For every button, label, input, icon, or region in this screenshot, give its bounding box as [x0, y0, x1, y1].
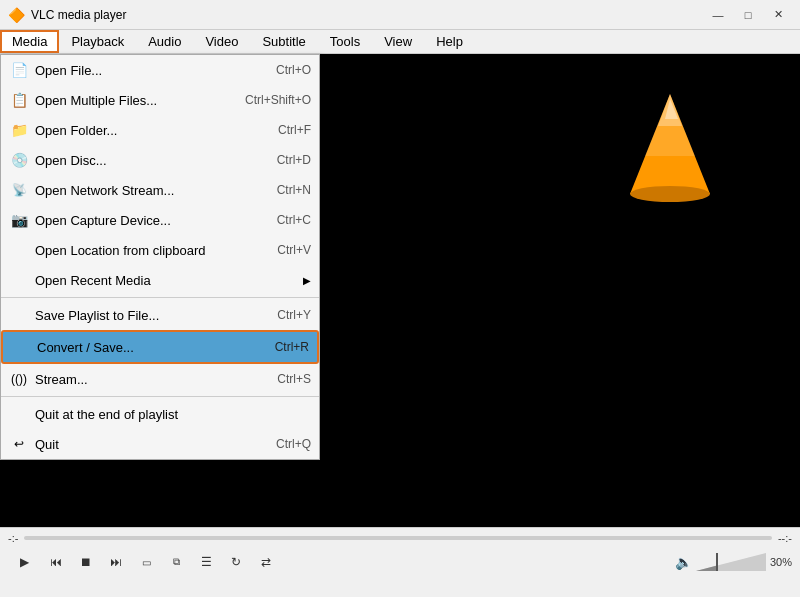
open-disc-icon: 💿	[9, 150, 29, 170]
menu-subtitle[interactable]: Subtitle	[250, 30, 317, 53]
controls-row: ▶ ⏮ ⏹ ⏭ ▭ ⧉ ☰ ↻ ⇄ 🔈 30%	[0, 546, 800, 578]
menu-item-open-multiple[interactable]: 📋 Open Multiple Files... Ctrl+Shift+O	[1, 85, 319, 115]
open-location-label: Open Location from clipboard	[35, 243, 257, 258]
open-file-shortcut: Ctrl+O	[276, 63, 311, 77]
volume-area: 🔈 30%	[675, 553, 792, 571]
window-controls: — □ ✕	[704, 4, 792, 26]
menu-bar: Media Playback Audio Video Subtitle Tool…	[0, 30, 800, 54]
stop-button[interactable]: ⏹	[72, 550, 100, 574]
open-multiple-label: Open Multiple Files...	[35, 93, 225, 108]
stream-icon: (())	[9, 369, 29, 389]
show-playlist-button[interactable]: ☰	[192, 550, 220, 574]
toggle-playlist-button[interactable]: ▭	[132, 550, 160, 574]
seek-end-label: --:-	[778, 532, 792, 544]
open-multiple-icon: 📋	[9, 90, 29, 110]
menu-item-open-folder[interactable]: 📁 Open Folder... Ctrl+F	[1, 115, 319, 145]
quit-label: Quit	[35, 437, 256, 452]
menu-item-open-file[interactable]: 📄 Open File... Ctrl+O	[1, 55, 319, 85]
menu-item-open-capture[interactable]: 📷 Open Capture Device... Ctrl+C	[1, 205, 319, 235]
menu-tools[interactable]: Tools	[318, 30, 372, 53]
open-recent-label: Open Recent Media	[35, 273, 299, 288]
stream-shortcut: Ctrl+S	[277, 372, 311, 386]
media-dropdown: 📄 Open File... Ctrl+O 📋 Open Multiple Fi…	[0, 54, 320, 460]
volume-bar-svg	[696, 553, 766, 571]
open-network-icon: 📡	[9, 180, 29, 200]
menu-item-quit-end[interactable]: Quit at the end of playlist	[1, 399, 319, 429]
save-playlist-shortcut: Ctrl+Y	[277, 308, 311, 322]
convert-save-shortcut: Ctrl+R	[275, 340, 309, 354]
menu-media[interactable]: Media	[0, 30, 59, 53]
menu-item-save-playlist[interactable]: Save Playlist to File... Ctrl+Y	[1, 300, 319, 330]
open-folder-shortcut: Ctrl+F	[278, 123, 311, 137]
open-file-icon: 📄	[9, 60, 29, 80]
quit-end-label: Quit at the end of playlist	[35, 407, 291, 422]
seek-start-label: -:-	[8, 532, 18, 544]
seek-bar-container: -:- --:-	[0, 528, 800, 546]
title-bar: 🔶 VLC media player — □ ✕	[0, 0, 800, 30]
volume-bar[interactable]	[696, 553, 766, 571]
convert-save-label: Convert / Save...	[37, 340, 255, 355]
menu-audio[interactable]: Audio	[136, 30, 193, 53]
minimize-button[interactable]: —	[704, 4, 732, 26]
separator-1	[1, 297, 319, 298]
window-title: VLC media player	[31, 8, 704, 22]
open-location-icon	[9, 240, 29, 260]
prev-button[interactable]: ⏮	[42, 550, 70, 574]
save-playlist-icon	[9, 305, 29, 325]
quit-shortcut: Ctrl+Q	[276, 437, 311, 451]
quit-icon: ↩	[9, 434, 29, 454]
menu-playback[interactable]: Playback	[59, 30, 136, 53]
menu-item-stream[interactable]: (()) Stream... Ctrl+S	[1, 364, 319, 394]
menu-item-quit[interactable]: ↩ Quit Ctrl+Q	[1, 429, 319, 459]
quit-end-icon	[9, 404, 29, 424]
app-icon: 🔶	[8, 7, 25, 23]
loop-button[interactable]: ↻	[222, 550, 250, 574]
svg-marker-5	[696, 553, 766, 571]
menu-item-open-location[interactable]: Open Location from clipboard Ctrl+V	[1, 235, 319, 265]
convert-save-icon	[11, 337, 31, 357]
open-multiple-shortcut: Ctrl+Shift+O	[245, 93, 311, 107]
save-playlist-label: Save Playlist to File...	[35, 308, 257, 323]
menu-item-open-disc[interactable]: 💿 Open Disc... Ctrl+D	[1, 145, 319, 175]
separator-2	[1, 396, 319, 397]
play-button[interactable]: ▶	[8, 548, 40, 576]
menu-item-open-recent[interactable]: Open Recent Media ▶	[1, 265, 319, 295]
volume-icon: 🔈	[675, 554, 692, 570]
open-recent-arrow: ▶	[303, 275, 311, 286]
menu-item-convert-save[interactable]: Convert / Save... Ctrl+R	[1, 330, 319, 364]
open-capture-shortcut: Ctrl+C	[277, 213, 311, 227]
close-button[interactable]: ✕	[764, 4, 792, 26]
next-button[interactable]: ⏭	[102, 550, 130, 574]
volume-percent: 30%	[770, 556, 792, 568]
maximize-button[interactable]: □	[734, 4, 762, 26]
open-folder-icon: 📁	[9, 120, 29, 140]
menu-view[interactable]: View	[372, 30, 424, 53]
extended-button[interactable]: ⧉	[162, 550, 190, 574]
menu-item-open-network[interactable]: 📡 Open Network Stream... Ctrl+N	[1, 175, 319, 205]
vlc-cone	[620, 84, 720, 204]
open-network-label: Open Network Stream...	[35, 183, 257, 198]
open-file-label: Open File...	[35, 63, 256, 78]
open-location-shortcut: Ctrl+V	[277, 243, 311, 257]
menu-help[interactable]: Help	[424, 30, 475, 53]
open-capture-icon: 📷	[9, 210, 29, 230]
controls-bar: -:- --:- ▶ ⏮ ⏹ ⏭ ▭ ⧉ ☰ ↻ ⇄ 🔈 30%	[0, 527, 800, 597]
svg-marker-6	[696, 566, 717, 571]
open-disc-shortcut: Ctrl+D	[277, 153, 311, 167]
svg-point-3	[630, 186, 710, 202]
open-recent-icon	[9, 270, 29, 290]
open-capture-label: Open Capture Device...	[35, 213, 257, 228]
stream-label: Stream...	[35, 372, 257, 387]
menu-video[interactable]: Video	[193, 30, 250, 53]
open-network-shortcut: Ctrl+N	[277, 183, 311, 197]
seek-bar[interactable]	[24, 536, 772, 540]
random-button[interactable]: ⇄	[252, 550, 280, 574]
open-disc-label: Open Disc...	[35, 153, 257, 168]
open-folder-label: Open Folder...	[35, 123, 258, 138]
